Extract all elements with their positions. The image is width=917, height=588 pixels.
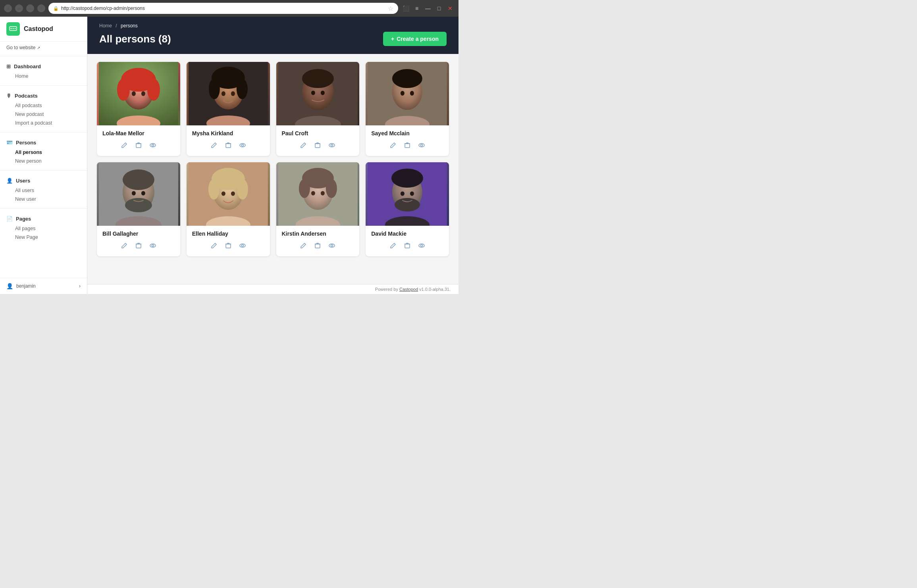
delete-person-1-button[interactable] [135, 142, 142, 150]
delete-person-3-button[interactable] [314, 142, 321, 150]
breadcrumb: Home / persons [99, 23, 447, 29]
sidebar-section-header-persons: 🪪 Persons [0, 137, 87, 148]
person-card-2: Mysha Kirkland [187, 62, 270, 156]
svg-point-81 [395, 198, 420, 211]
person-photo-4 [366, 62, 449, 125]
sidebar-item-all-persons[interactable]: All persons [0, 148, 87, 157]
delete-person-8-button[interactable] [404, 242, 410, 250]
view-person-3-button[interactable] [329, 142, 335, 150]
extensions-button[interactable]: ⬛ [401, 4, 410, 13]
svg-point-68 [299, 179, 310, 198]
svg-point-34 [331, 144, 333, 146]
create-person-button[interactable]: + Create a person [383, 32, 447, 46]
person-card-5: Bill Gallagher [97, 162, 180, 256]
new-tab-button[interactable]: ⊕ [37, 4, 45, 12]
star-icon[interactable]: ☆ [388, 5, 393, 12]
edit-person-1-button[interactable] [121, 142, 127, 150]
person-photo-6 [187, 162, 270, 226]
minimize-button[interactable]: — [424, 4, 432, 13]
svg-point-47 [123, 169, 154, 190]
delete-person-6-button[interactable] [225, 242, 231, 250]
close-button[interactable]: ✕ [446, 4, 455, 13]
version-text: v1.0.0-alpha.31. [419, 287, 451, 292]
delete-person-2-button[interactable] [225, 142, 231, 150]
sidebar-section-header-dashboard: ⊞ Dashboard [0, 61, 87, 72]
person-name-6: Ellen Halliday [192, 231, 264, 237]
users-label: Users [16, 178, 30, 184]
person-photo-2 [187, 62, 270, 125]
sidebar-divider-5 [0, 208, 87, 209]
edit-person-4-button[interactable] [390, 142, 396, 150]
edit-person-5-button[interactable] [121, 242, 127, 250]
sidebar-section-pages: 📄 Pages All pages New Page [0, 210, 87, 245]
svg-point-78 [391, 169, 423, 188]
svg-point-19 [237, 79, 248, 99]
back-button[interactable]: ◀ [4, 4, 12, 12]
view-person-7-button[interactable] [329, 242, 335, 250]
svg-point-71 [320, 191, 324, 196]
powered-by-text: Powered by [375, 287, 398, 292]
sidebar-item-new-user[interactable]: New user [0, 195, 87, 204]
main-header: Home / persons All persons (8) + Create … [87, 17, 458, 54]
view-person-5-button[interactable] [150, 242, 156, 250]
view-person-2-button[interactable] [239, 142, 246, 150]
person-card-3: Paul Croft [276, 62, 360, 156]
sidebar-item-all-podcasts[interactable]: All podcasts [0, 101, 87, 110]
sidebar-item-all-users[interactable]: All users [0, 186, 87, 195]
delete-person-4-button[interactable] [404, 142, 410, 150]
sidebar-item-import-podcast[interactable]: Import a podcast [0, 119, 87, 127]
svg-point-85 [421, 245, 423, 247]
svg-point-25 [241, 144, 243, 146]
person-photo-3 [276, 62, 360, 125]
breadcrumb-home-link[interactable]: Home [99, 23, 112, 29]
svg-point-28 [302, 69, 333, 88]
sidebar-item-home[interactable]: Home [0, 72, 87, 81]
person-photo-8 [366, 162, 449, 226]
person-photo-7 [276, 162, 360, 226]
castopod-link[interactable]: Castopod [399, 287, 418, 292]
url-text: http://castopod.demo/cp-admin/persons [61, 6, 145, 11]
view-person-8-button[interactable] [418, 242, 425, 250]
svg-point-57 [208, 179, 220, 200]
person-name-7: Kirstin Andersen [282, 231, 354, 237]
page-title: All persons (8) [99, 33, 171, 45]
person-card-7: Kirstin Andersen [276, 162, 360, 256]
create-btn-icon: + [391, 36, 394, 42]
goto-website-link[interactable]: Go to website ↗ [6, 45, 81, 50]
sidebar-header: Castopod [0, 17, 87, 42]
edit-person-3-button[interactable] [300, 142, 306, 150]
delete-person-7-button[interactable] [314, 242, 321, 250]
edit-person-6-button[interactable] [211, 242, 217, 250]
person-info-2: Mysha Kirkland [187, 125, 270, 156]
view-person-4-button[interactable] [418, 142, 425, 150]
svg-point-1 [11, 28, 12, 29]
menu-button[interactable]: ≡ [412, 4, 421, 13]
refresh-button[interactable]: ↻ [26, 4, 34, 12]
edit-person-8-button[interactable] [390, 242, 396, 250]
sidebar-section-podcasts: 🎙 Podcasts All podcasts New podcast Impo… [0, 87, 87, 131]
edit-person-2-button[interactable] [211, 142, 217, 150]
address-bar[interactable]: 🔒 http://castopod.demo/cp-admin/persons … [48, 3, 398, 14]
external-link-icon: ↗ [37, 46, 40, 50]
view-person-6-button[interactable] [239, 242, 246, 250]
delete-person-5-button[interactable] [135, 242, 142, 250]
svg-point-9 [132, 91, 136, 96]
browser-chrome: ◀ ▶ ↻ ⊕ 🔒 http://castopod.demo/cp-admin/… [0, 0, 458, 17]
forward-button[interactable]: ▶ [15, 4, 23, 12]
sidebar-item-new-person[interactable]: New person [0, 157, 87, 165]
sidebar-item-new-podcast[interactable]: New podcast [0, 110, 87, 119]
person-info-3: Paul Croft [276, 125, 360, 156]
breadcrumb-current: persons [121, 23, 138, 29]
maximize-button[interactable]: □ [435, 4, 443, 13]
sidebar-section-header-users: 👤 Users [0, 175, 87, 186]
svg-point-20 [222, 91, 225, 96]
person-name-3: Paul Croft [282, 130, 354, 136]
sidebar-item-all-pages[interactable]: All pages [0, 224, 87, 233]
view-person-1-button[interactable] [150, 142, 156, 150]
sidebar-section-header-pages: 📄 Pages [0, 213, 87, 224]
svg-point-75 [331, 245, 333, 247]
sidebar-footer[interactable]: 👤 benjamin › [0, 278, 87, 294]
svg-rect-32 [315, 144, 320, 148]
sidebar-item-new-page[interactable]: New Page [0, 233, 87, 242]
edit-person-7-button[interactable] [300, 242, 306, 250]
